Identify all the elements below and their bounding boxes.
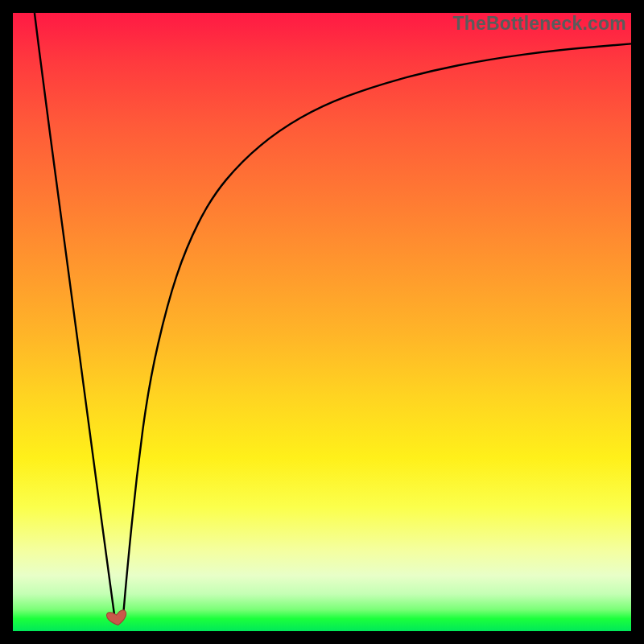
curve-right-branch [123,43,631,618]
heart-marker [106,609,128,626]
chart-frame: TheBottleneck.com [13,13,631,631]
curve-left-branch [35,13,115,619]
plot-area: TheBottleneck.com [13,13,631,631]
curve-svg [13,13,631,631]
